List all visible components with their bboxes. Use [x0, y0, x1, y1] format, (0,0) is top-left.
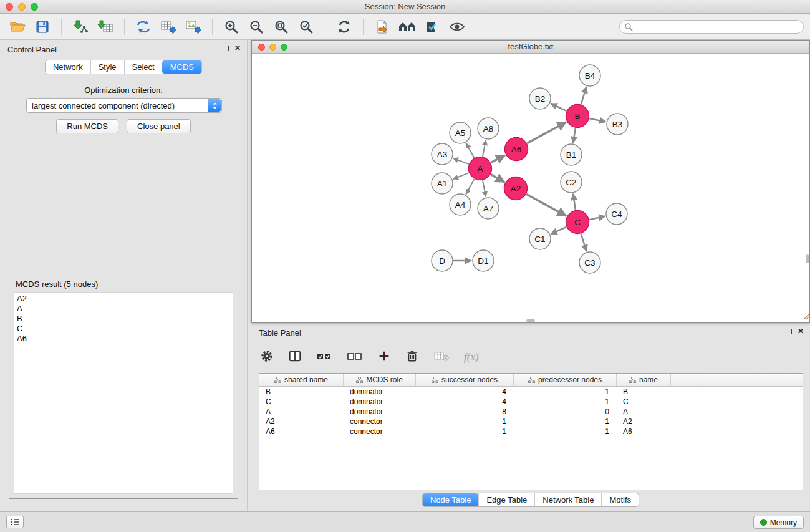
- network-graph[interactable]: B4B2BB3A5A8A6A3B1AC2A1A2A4A7C4CC1DD1C3: [252, 54, 809, 322]
- table-cell[interactable]: A2: [617, 417, 671, 426]
- table-cell[interactable]: dominator: [344, 397, 416, 406]
- column-header-predecessor-nodes[interactable]: predecessor nodes: [514, 374, 617, 386]
- export-network-button[interactable]: [132, 16, 155, 37]
- mcds-result-list[interactable]: A2ABCA6: [14, 292, 233, 494]
- table-cell[interactable]: 4: [416, 387, 514, 396]
- delete-rows-button[interactable]: [405, 349, 419, 365]
- edge-A-A4[interactable]: [466, 179, 474, 194]
- network-canvas[interactable]: B4B2BB3A5A8A6A3B1AC2A1A2A4A7C4CC1DD1C3: [252, 54, 809, 322]
- node-A7[interactable]: A7: [478, 198, 499, 219]
- table-cell[interactable]: C: [617, 397, 671, 406]
- vertical-scrollbar-thumb[interactable]: [806, 254, 809, 263]
- list-item[interactable]: C: [14, 324, 233, 334]
- table-cell[interactable]: 0: [514, 407, 617, 416]
- node-D1[interactable]: D1: [473, 250, 494, 271]
- table-row[interactable]: A6connector11A6: [259, 427, 803, 437]
- node-D[interactable]: D: [432, 250, 453, 271]
- edge-C-C2[interactable]: [573, 194, 576, 210]
- close-window-button[interactable]: [6, 3, 13, 11]
- edge-A-A2[interactable]: [491, 175, 504, 183]
- node-C[interactable]: C: [566, 211, 589, 234]
- edge-B-B2[interactable]: [551, 104, 566, 111]
- node-C1[interactable]: C1: [529, 228, 551, 249]
- table-cell[interactable]: B: [617, 387, 671, 396]
- table-settings-button[interactable]: [260, 349, 274, 365]
- edge-A2-C[interactable]: [526, 194, 566, 216]
- memory-button[interactable]: Memory: [753, 516, 804, 529]
- zoom-window-button[interactable]: [31, 3, 38, 11]
- horizontal-scrollbar-thumb[interactable]: [526, 319, 535, 322]
- node-A6[interactable]: A6: [505, 138, 528, 161]
- show-hide-details-button[interactable]: [446, 16, 468, 37]
- network-minimize-button[interactable]: [269, 44, 276, 51]
- table-cell[interactable]: A: [617, 407, 671, 416]
- list-item[interactable]: A6: [14, 334, 233, 344]
- table-cell[interactable]: B: [259, 387, 344, 396]
- export-table-button[interactable]: [157, 16, 180, 37]
- node-C3[interactable]: C3: [579, 252, 600, 273]
- deselect-all-rows-button[interactable]: [347, 350, 363, 365]
- save-session-button[interactable]: [31, 16, 54, 37]
- table-cell[interactable]: A2: [259, 417, 344, 426]
- close-panel-icon[interactable]: ✕: [234, 45, 241, 51]
- network-close-button[interactable]: [258, 44, 265, 51]
- table-row[interactable]: Cdominator41C: [259, 397, 803, 407]
- zoom-fit-selected-button[interactable]: [295, 16, 317, 37]
- list-item[interactable]: B: [14, 314, 233, 324]
- node-C2[interactable]: C2: [561, 172, 582, 193]
- table-cell[interactable]: 1: [514, 397, 617, 406]
- table-row[interactable]: Adominator80A: [259, 407, 803, 417]
- export-image-button[interactable]: [182, 16, 205, 37]
- edge-A-A7[interactable]: [483, 180, 486, 196]
- criterion-dropdown[interactable]: largest connected component (directed): [26, 98, 222, 113]
- table-row[interactable]: Bdominator41B: [259, 387, 803, 397]
- tab-network[interactable]: Network: [46, 60, 90, 74]
- node-A1[interactable]: A1: [432, 173, 453, 194]
- home-view-button[interactable]: [396, 16, 418, 37]
- run-mcds-button[interactable]: Run MCDS: [56, 119, 118, 133]
- column-header-successor-nodes[interactable]: successor nodes: [416, 374, 514, 386]
- minimize-window-button[interactable]: [18, 3, 26, 11]
- resize-grip-icon[interactable]: [803, 311, 809, 322]
- import-network-button[interactable]: [69, 16, 92, 37]
- table-cell[interactable]: 1: [416, 417, 514, 426]
- tab-style[interactable]: Style: [90, 60, 124, 74]
- list-item[interactable]: A2: [14, 294, 233, 304]
- add-row-button[interactable]: [377, 349, 391, 365]
- tab-select[interactable]: Select: [124, 60, 162, 74]
- zoom-actual-size-button[interactable]: [270, 16, 292, 37]
- float-panel-icon[interactable]: [223, 46, 229, 51]
- tab-mcds[interactable]: MCDS: [162, 60, 201, 74]
- table-cell[interactable]: dominator: [344, 407, 416, 416]
- close-table-panel-icon[interactable]: ✕: [798, 328, 804, 334]
- table-cell[interactable]: A6: [259, 427, 344, 436]
- edge-A-A1[interactable]: [453, 173, 469, 179]
- destroy-table-button[interactable]: [433, 350, 450, 365]
- table-cell[interactable]: C: [259, 397, 344, 406]
- node-B[interactable]: B: [566, 105, 589, 128]
- edge-B-B1[interactable]: [573, 128, 576, 143]
- edge-A-A6[interactable]: [491, 155, 505, 163]
- edge-A-A3[interactable]: [453, 158, 469, 164]
- table-cell[interactable]: 1: [514, 387, 617, 396]
- node-B1[interactable]: B1: [561, 144, 582, 165]
- column-header-shared-name[interactable]: shared name: [259, 374, 344, 386]
- node-A4[interactable]: A4: [450, 194, 471, 215]
- node-C4[interactable]: C4: [606, 203, 627, 225]
- node-A2[interactable]: A2: [504, 177, 528, 200]
- search-input[interactable]: [619, 20, 804, 34]
- table-cell[interactable]: 4: [416, 397, 514, 406]
- node-B2[interactable]: B2: [529, 88, 551, 109]
- edge-A6-B[interactable]: [527, 122, 566, 143]
- table-cell[interactable]: 1: [514, 417, 617, 426]
- tab-motifs[interactable]: Motifs: [601, 493, 639, 506]
- table-cell[interactable]: connector: [344, 427, 416, 436]
- edge-C-C4[interactable]: [589, 216, 605, 220]
- node-A5[interactable]: A5: [450, 122, 471, 143]
- node-A3[interactable]: A3: [432, 143, 453, 165]
- edge-A-A5[interactable]: [466, 143, 474, 158]
- function-builder-button[interactable]: f(x): [464, 351, 479, 364]
- list-item[interactable]: A: [14, 304, 233, 314]
- table-cell[interactable]: A: [259, 407, 344, 416]
- float-table-panel-icon[interactable]: [786, 329, 792, 334]
